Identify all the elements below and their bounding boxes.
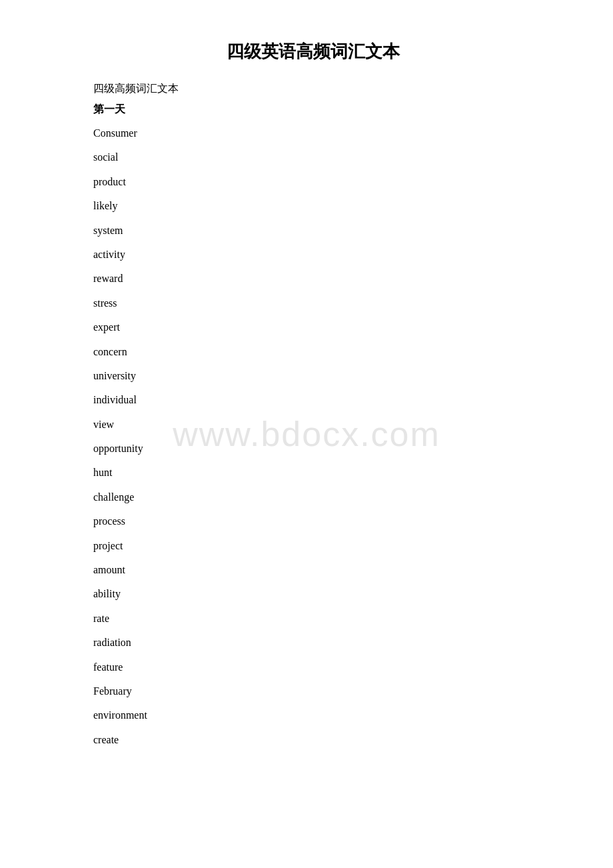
words-list: Consumersocialproductlikelysystemactivit… [93, 126, 533, 747]
list-item: stress [93, 296, 533, 311]
list-item: create [93, 733, 533, 747]
page-title: 四级英语高频词汇文本 [93, 40, 533, 63]
list-item: February [93, 684, 533, 699]
list-item: social [93, 150, 533, 165]
list-item: concern [93, 345, 533, 359]
day-label: 第一天 [93, 103, 533, 117]
page-container: www.bdocx.com 四级英语高频词汇文本 四级高频词汇文本 第一天 Co… [0, 0, 613, 868]
list-item: opportunity [93, 441, 533, 456]
list-item: product [93, 175, 533, 189]
list-item: challenge [93, 490, 533, 505]
list-item: system [93, 223, 533, 238]
list-item: view [93, 417, 533, 432]
list-item: activity [93, 247, 533, 262]
list-item: project [93, 539, 533, 553]
subtitle: 四级高频词汇文本 [93, 82, 533, 96]
list-item: hunt [93, 465, 533, 480]
list-item: environment [93, 708, 533, 723]
list-item: rate [93, 611, 533, 626]
list-item: feature [93, 660, 533, 675]
list-item: ability [93, 587, 533, 601]
list-item: individual [93, 393, 533, 407]
list-item: expert [93, 320, 533, 335]
list-item: reward [93, 271, 533, 286]
list-item: process [93, 514, 533, 529]
list-item: radiation [93, 635, 533, 650]
list-item: amount [93, 563, 533, 577]
list-item: likely [93, 199, 533, 213]
list-item: Consumer [93, 126, 533, 141]
list-item: university [93, 369, 533, 383]
